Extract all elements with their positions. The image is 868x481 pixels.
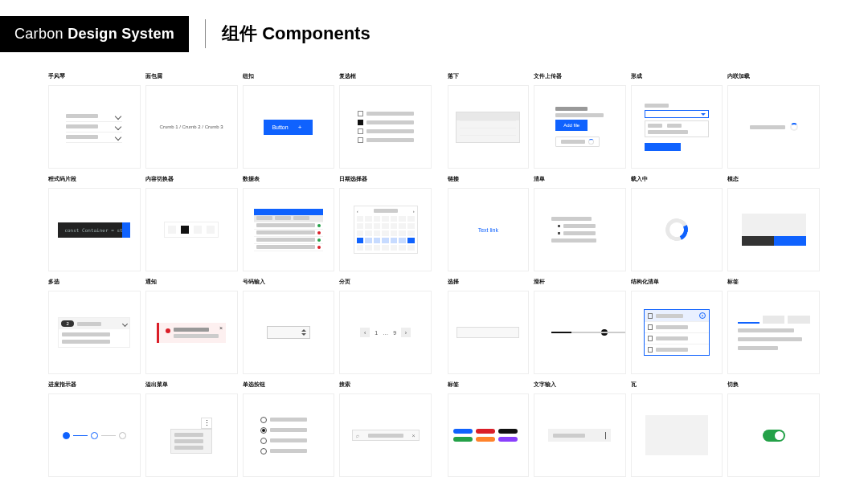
tab-icon-active[interactable] [181,226,189,234]
label-breadcrumb: 面包屑 [145,72,238,80]
radio-button[interactable] [260,417,267,423]
preview-number-input [243,291,335,374]
checkbox[interactable] [358,128,363,134]
calendar[interactable]: ‹› [354,206,418,254]
toggle-on[interactable] [763,430,785,442]
radio-button[interactable] [260,448,267,455]
breadcrumb[interactable]: Crumb 1 / Crumb 2 / Crumb 3 [160,124,223,129]
slider[interactable] [551,329,608,336]
next-page-button[interactable]: › [401,328,411,337]
label-progress-indicator: 进度指示器 [48,381,141,389]
copy-icon[interactable] [122,222,130,238]
label-accordion: 手风琴 [48,72,141,80]
plus-icon: + [298,124,302,131]
tag[interactable] [476,429,495,434]
label-date-picker: 日期选择器 [339,175,432,183]
preview-data-table [243,188,335,271]
preview-modal [727,188,820,271]
primary-button[interactable]: Button+ [264,120,313,135]
next-icon[interactable]: › [413,209,415,214]
tag[interactable] [476,437,495,442]
modal [742,214,806,246]
search-icon: ⌕ [356,433,359,438]
preview-tag [448,393,529,477]
preview-progress-indicator [48,393,141,477]
tag[interactable] [498,429,518,434]
tab-icon[interactable] [194,226,202,234]
prev-page-button[interactable]: ‹ [360,328,370,337]
search-input[interactable]: ⌕× [352,430,420,441]
document-icon [648,336,653,341]
dropdown[interactable] [456,112,520,143]
select-input[interactable] [457,327,519,338]
components-grid: 手风琴 面包屑 Crumb 1 / Crumb 2 / Crumb 3 纽扣 B… [0,58,868,477]
tag[interactable] [453,429,473,434]
preview-link: Text link [448,188,529,271]
preview-structured-list: × [631,291,723,374]
number-input[interactable] [267,326,310,339]
cell-radio-button: 单选按钮 [243,381,335,477]
label-form: 形成 [631,72,723,80]
accordion-row[interactable] [66,132,122,143]
label-button: 纽扣 [243,72,335,80]
label-notification: 通知 [145,278,238,286]
checkbox-checked[interactable] [358,120,363,125]
structured-list[interactable]: × [644,309,710,356]
modal-cancel-button[interactable] [742,236,774,246]
page-number[interactable]: 1 [375,330,378,336]
tab-icon[interactable] [207,226,215,234]
accordion-row[interactable] [66,122,122,132]
label-inline-loading: 内联加载 [727,72,820,80]
tab[interactable] [788,316,809,324]
checkbox[interactable] [358,137,363,143]
form-submit-button[interactable] [645,143,681,151]
cell-accordion: 手风琴 [48,72,141,169]
tab[interactable] [763,316,784,324]
cell-modal: 模态 [727,175,820,271]
cell-content-switcher: 内容切换器 [145,175,238,271]
form-select-popup [645,120,709,137]
multiselect[interactable]: 2 [58,317,130,348]
preview-slider [534,291,626,374]
form-select[interactable] [645,110,709,118]
close-icon[interactable]: × [699,312,706,319]
clear-icon[interactable]: × [412,433,416,438]
tag[interactable] [453,437,473,442]
accordion-row[interactable] [66,112,122,122]
radio-button-checked[interactable] [260,427,267,434]
radio-button[interactable] [260,438,267,444]
overflow-button[interactable]: ⋮ [201,418,212,429]
content-switcher[interactable] [164,222,219,238]
tab-icon[interactable] [168,226,176,234]
preview-multiselect: 2 [48,291,141,374]
cell-loading: 载入中 [631,175,723,271]
text-input[interactable] [548,429,611,442]
cell-progress-indicator: 进度指示器 [48,381,141,477]
text-cursor-icon [605,432,606,439]
preview-tile [631,393,723,477]
cell-inline-loading: 内联加载 [727,72,820,169]
text-link[interactable]: Text link [478,227,498,233]
modal-confirm-button[interactable] [774,236,806,246]
label-slider: 滑杆 [534,278,626,286]
data-table [254,209,323,251]
preview-tabs [727,291,820,374]
tab[interactable] [738,316,760,324]
page-number[interactable]: 9 [393,330,396,336]
cell-text-input: 文字输入 [534,381,626,477]
tag[interactable] [498,437,518,442]
button-label: Button [272,124,288,130]
tile[interactable] [645,415,708,455]
checkbox[interactable] [358,111,363,116]
error-icon [166,328,170,333]
label-tabs: 标签 [727,278,820,286]
label-data-table: 数据表 [243,175,335,183]
add-file-button[interactable]: Add file [555,120,588,131]
close-icon[interactable]: × [219,325,223,331]
preview-inline-loading [727,85,820,169]
label-dropdown: 落下 [448,72,529,80]
prev-icon[interactable]: ‹ [357,209,358,214]
label-structured-list: 结构化清单 [631,278,723,286]
label-toggle: 切换 [727,381,820,389]
code-snippet[interactable]: const Container = st [58,222,130,238]
